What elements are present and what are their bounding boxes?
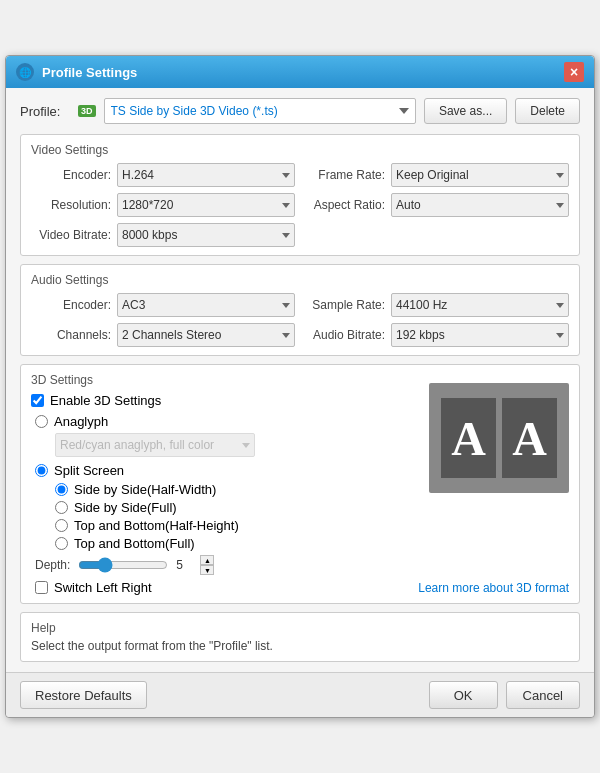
sub-option-0-row: Side by Side(Half-Width) xyxy=(55,482,419,497)
cancel-button[interactable]: Cancel xyxy=(506,681,580,709)
sub-option-3-row: Top and Bottom(Full) xyxy=(55,536,569,551)
enable-3d-row: Enable 3D Settings xyxy=(31,393,419,408)
encoder-label: Encoder: xyxy=(31,168,111,182)
encoder-select[interactable]: H.264 xyxy=(117,163,295,187)
preview-letter-right: A xyxy=(502,398,557,478)
3d-settings-section: 3D Settings A A Enable 3D Settings xyxy=(20,364,580,604)
resolution-select[interactable]: 1280*720 xyxy=(117,193,295,217)
audio-encoder-select[interactable]: AC3 xyxy=(117,293,295,317)
profile-row: Profile: 3D TS Side by Side 3D Video (*.… xyxy=(20,98,580,124)
anaglyph-radio[interactable] xyxy=(35,415,48,428)
anaglyph-label[interactable]: Anaglyph xyxy=(54,414,108,429)
depth-value: 5 xyxy=(176,558,196,572)
app-icon: 🌐 xyxy=(16,63,34,81)
aspect-ratio-select[interactable]: Auto xyxy=(391,193,569,217)
channels-row: Channels: 2 Channels Stereo xyxy=(31,323,295,347)
enable-3d-checkbox[interactable] xyxy=(31,394,44,407)
depth-row: Depth: 5 ▲ ▼ xyxy=(35,555,569,575)
audio-settings-section: Audio Settings Encoder: AC3 Sample Rate:… xyxy=(20,264,580,356)
sample-rate-select[interactable]: 44100 Hz xyxy=(391,293,569,317)
switch-left-right-row: Switch Left Right xyxy=(35,580,152,595)
dialog-title: Profile Settings xyxy=(42,65,137,80)
frame-rate-row: Frame Rate: Keep Original xyxy=(305,163,569,187)
encoder-row: Encoder: H.264 xyxy=(31,163,295,187)
frame-rate-select[interactable]: Keep Original xyxy=(391,163,569,187)
split-screen-row: Split Screen xyxy=(35,463,419,478)
depth-decrement-button[interactable]: ▼ xyxy=(200,565,214,575)
sample-rate-row: Sample Rate: 44100 Hz xyxy=(305,293,569,317)
switch-left-right-checkbox[interactable] xyxy=(35,581,48,594)
3d-content: A A Enable 3D Settings Anaglyph Red/cy xyxy=(31,393,569,595)
depth-slider[interactable] xyxy=(78,557,168,573)
footer-right: OK Cancel xyxy=(429,681,580,709)
title-bar-left: 🌐 Profile Settings xyxy=(16,63,137,81)
preview-letter-left: A xyxy=(441,398,496,478)
audio-bitrate-select[interactable]: 192 kbps xyxy=(391,323,569,347)
save-as-button[interactable]: Save as... xyxy=(424,98,507,124)
anaglyph-type-select: Red/cyan anaglyph, full color xyxy=(55,433,255,457)
audio-bitrate-label: Audio Bitrate: xyxy=(305,328,385,342)
ok-button[interactable]: OK xyxy=(429,681,498,709)
dialog-footer: Restore Defaults OK Cancel xyxy=(6,672,594,717)
channels-select[interactable]: 2 Channels Stereo xyxy=(117,323,295,347)
video-settings-title: Video Settings xyxy=(31,143,569,157)
sub-option-1-row: Side by Side(Full) xyxy=(55,500,569,515)
help-title: Help xyxy=(31,621,569,635)
depth-increment-button[interactable]: ▲ xyxy=(200,555,214,565)
split-screen-label[interactable]: Split Screen xyxy=(54,463,124,478)
top-bottom-half-radio[interactable] xyxy=(55,519,68,532)
split-screen-radio[interactable] xyxy=(35,464,48,477)
resolution-label: Resolution: xyxy=(31,198,111,212)
resolution-row: Resolution: 1280*720 xyxy=(31,193,295,217)
video-settings-section: Video Settings Encoder: H.264 Frame Rate… xyxy=(20,134,580,256)
video-bitrate-row: Video Bitrate: 8000 kbps xyxy=(31,223,295,247)
side-by-side-full-radio[interactable] xyxy=(55,501,68,514)
audio-encoder-label: Encoder: xyxy=(31,298,111,312)
depth-spinner: ▲ ▼ xyxy=(200,555,214,575)
switch-left-right-label[interactable]: Switch Left Right xyxy=(54,580,152,595)
sub-option-2-row: Top and Bottom(Half-Height) xyxy=(55,518,569,533)
top-bottom-full-label: Top and Bottom(Full) xyxy=(74,536,195,551)
profile-label: Profile: xyxy=(20,104,70,119)
side-by-side-half-label: Side by Side(Half-Width) xyxy=(74,482,216,497)
help-text: Select the output format from the "Profi… xyxy=(31,639,569,653)
dialog-window: 🌐 Profile Settings × Profile: 3D TS Side… xyxy=(5,55,595,718)
audio-settings-title: Audio Settings xyxy=(31,273,569,287)
restore-defaults-button[interactable]: Restore Defaults xyxy=(20,681,147,709)
frame-rate-label: Frame Rate: xyxy=(305,168,385,182)
audio-settings-grid: Encoder: AC3 Sample Rate: 44100 Hz Chann… xyxy=(31,293,569,347)
switch-learn-row: Switch Left Right Learn more about 3D fo… xyxy=(35,579,569,595)
close-button[interactable]: × xyxy=(564,62,584,82)
channels-label: Channels: xyxy=(31,328,111,342)
top-bottom-half-label: Top and Bottom(Half-Height) xyxy=(74,518,239,533)
side-by-side-full-label: Side by Side(Full) xyxy=(74,500,177,515)
learn-more-link[interactable]: Learn more about 3D format xyxy=(418,581,569,595)
aspect-ratio-label: Aspect Ratio: xyxy=(305,198,385,212)
video-settings-grid: Encoder: H.264 Frame Rate: Keep Original… xyxy=(31,163,569,247)
profile-badge: 3D xyxy=(78,105,96,117)
sample-rate-label: Sample Rate: xyxy=(305,298,385,312)
audio-bitrate-row: Audio Bitrate: 192 kbps xyxy=(305,323,569,347)
enable-3d-label[interactable]: Enable 3D Settings xyxy=(50,393,161,408)
3d-preview-box: A A xyxy=(429,383,569,493)
profile-select[interactable]: TS Side by Side 3D Video (*.ts) xyxy=(104,98,416,124)
preview-aa: A A xyxy=(441,398,557,478)
anaglyph-row: Anaglyph xyxy=(35,414,419,429)
audio-encoder-row: Encoder: AC3 xyxy=(31,293,295,317)
depth-label: Depth: xyxy=(35,558,70,572)
video-bitrate-label: Video Bitrate: xyxy=(31,228,111,242)
title-bar: 🌐 Profile Settings × xyxy=(6,56,594,88)
video-bitrate-select[interactable]: 8000 kbps xyxy=(117,223,295,247)
delete-button[interactable]: Delete xyxy=(515,98,580,124)
dialog-body: Profile: 3D TS Side by Side 3D Video (*.… xyxy=(6,88,594,672)
top-bottom-full-radio[interactable] xyxy=(55,537,68,550)
help-section: Help Select the output format from the "… xyxy=(20,612,580,662)
aspect-ratio-row: Aspect Ratio: Auto xyxy=(305,193,569,217)
side-by-side-half-radio[interactable] xyxy=(55,483,68,496)
